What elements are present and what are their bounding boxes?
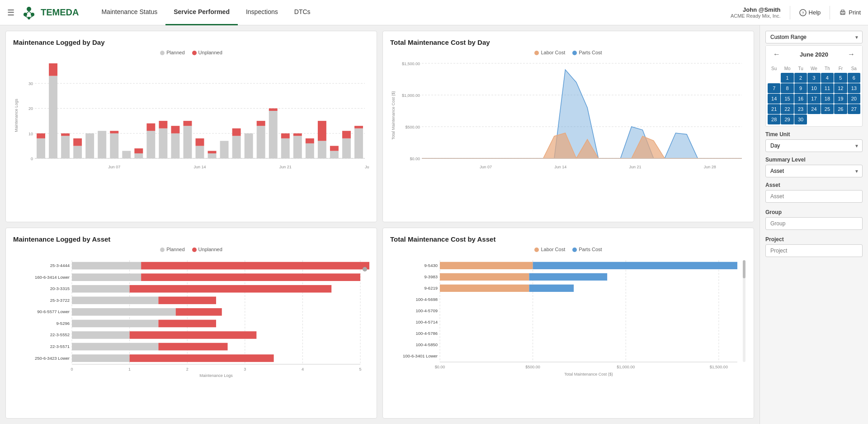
- calendar-day: [768, 73, 780, 83]
- calendar-day[interactable]: 2: [794, 73, 807, 83]
- svg-rect-32: [110, 133, 118, 158]
- svg-text:100-6-3401 Lower: 100-6-3401 Lower: [403, 353, 438, 358]
- svg-text:2: 2: [186, 367, 189, 372]
- svg-rect-142: [533, 262, 737, 269]
- project-input[interactable]: [765, 244, 863, 257]
- calendar-day[interactable]: 23: [794, 104, 807, 114]
- nav-service-performed[interactable]: Service Performed: [165, 0, 238, 25]
- svg-text:100-4-5786: 100-4-5786: [415, 330, 438, 335]
- calendar-prev[interactable]: ←: [770, 49, 783, 59]
- calendar-day[interactable]: 11: [821, 83, 834, 93]
- main-content: Maintenance Logged by Day Planned Unplan…: [0, 25, 760, 424]
- svg-rect-144: [440, 273, 529, 280]
- svg-rect-65: [330, 151, 339, 159]
- hamburger-icon[interactable]: ☰: [7, 8, 14, 18]
- main-nav: Maintenance Status Service Performed Ins…: [93, 0, 730, 25]
- calendar-day[interactable]: 7: [768, 83, 780, 93]
- print-button[interactable]: Print: [839, 9, 861, 16]
- svg-text:Jun 28: Jun 28: [704, 165, 716, 169]
- calendar-day[interactable]: 21: [768, 104, 780, 114]
- svg-rect-61: [306, 143, 314, 158]
- svg-text:10: 10: [28, 132, 33, 136]
- group-input[interactable]: [765, 217, 863, 230]
- custom-range-select[interactable]: Custom Range: [765, 31, 863, 43]
- planned-dot: [160, 51, 165, 55]
- calendar-day[interactable]: 4: [821, 73, 834, 83]
- print-icon: [839, 9, 846, 16]
- nav-dtcs[interactable]: DTCs: [286, 0, 319, 25]
- calendar-day[interactable]: 14: [768, 94, 780, 104]
- calendar-day[interactable]: 29: [781, 114, 793, 124]
- nav-maintenance-status[interactable]: Maintenance Status: [93, 0, 165, 25]
- calendar-day-header: Fr: [834, 65, 847, 72]
- user-company: ACME Ready Mix, Inc.: [731, 13, 781, 19]
- user-name: John @Smith: [731, 6, 781, 13]
- calendar-day[interactable]: 1: [781, 73, 793, 83]
- svg-rect-103: [72, 262, 141, 269]
- svg-rect-70: [354, 126, 363, 129]
- logo-svg: [20, 4, 38, 22]
- calendar-day[interactable]: 30: [794, 114, 807, 124]
- calendar-day[interactable]: 19: [834, 94, 847, 104]
- calendar-day: [807, 114, 820, 124]
- calendar-day: [848, 114, 860, 124]
- calendar-day[interactable]: 24: [807, 104, 820, 114]
- calendar-day-header: We: [807, 65, 820, 72]
- svg-text:100-4-5714: 100-4-5714: [415, 319, 438, 324]
- svg-rect-110: [130, 285, 332, 293]
- svg-rect-107: [141, 273, 360, 281]
- calendar-day[interactable]: 15: [781, 94, 793, 104]
- calendar-day[interactable]: 8: [781, 83, 793, 93]
- svg-rect-35: [134, 153, 143, 158]
- calendar-day[interactable]: 17: [807, 94, 820, 104]
- svg-text:20: 20: [28, 107, 33, 111]
- help-button[interactable]: ? Help: [799, 9, 821, 16]
- calendar-day[interactable]: 12: [834, 83, 847, 93]
- chart3-legend-unplanned: Unplanned: [192, 247, 222, 252]
- nav-inspections[interactable]: Inspections: [238, 0, 286, 25]
- calendar-day[interactable]: 27: [848, 104, 860, 114]
- calendar-day[interactable]: 18: [821, 94, 834, 104]
- calendar-day[interactable]: 5: [834, 73, 847, 83]
- calendar-day[interactable]: 28: [768, 114, 780, 124]
- calendar-day[interactable]: 26: [834, 104, 847, 114]
- calendar-next[interactable]: →: [845, 49, 858, 59]
- calendar-day[interactable]: 9: [794, 83, 807, 93]
- svg-text:25-3-4444: 25-3-4444: [50, 263, 70, 268]
- svg-text:Jun 14: Jun 14: [193, 165, 206, 169]
- calendar-day[interactable]: 22: [781, 104, 793, 114]
- svg-rect-60: [293, 133, 302, 136]
- svg-rect-106: [72, 273, 141, 281]
- chart3-legend-planned: Planned: [160, 247, 184, 252]
- summary-level-select[interactable]: Asset: [765, 165, 863, 177]
- svg-rect-118: [72, 319, 158, 327]
- calendar-day[interactable]: 20: [848, 94, 860, 104]
- summary-level-wrapper: Asset ▼: [765, 165, 863, 177]
- chart2-legend-parts: Parts Cost: [572, 50, 602, 55]
- svg-rect-30: [85, 133, 94, 158]
- chart1-svg: 0102030Maintenance LogsJun 07Jun 14Jun 2…: [13, 59, 369, 172]
- calendar-header: ← June 2020 →: [766, 46, 862, 63]
- calendar-day-header: Mo: [781, 65, 793, 72]
- calendar-day[interactable]: 6: [848, 73, 860, 83]
- calendar-day[interactable]: 3: [807, 73, 820, 83]
- asset-input[interactable]: [765, 190, 863, 203]
- calendar-day[interactable]: 16: [794, 94, 807, 104]
- svg-rect-147: [440, 284, 529, 291]
- svg-text:30: 30: [28, 81, 33, 86]
- header-right: John @Smith ACME Ready Mix, Inc. ? Help …: [731, 6, 861, 19]
- svg-rect-125: [158, 343, 227, 350]
- svg-text:Jun 21: Jun 21: [629, 165, 641, 169]
- calendar-day[interactable]: 25: [821, 104, 834, 114]
- svg-rect-128: [130, 354, 274, 362]
- chart2-title: Total Maintenance Cost by Day: [390, 38, 746, 46]
- calendar: ← June 2020 → SuMoTuWeThFrSa123456789101…: [765, 45, 863, 127]
- svg-text:100-4-5709: 100-4-5709: [415, 308, 438, 313]
- time-unit-select[interactable]: Day: [765, 139, 863, 152]
- calendar-day[interactable]: 13: [848, 83, 860, 93]
- svg-rect-57: [281, 138, 290, 158]
- svg-text:Maintenance Logs: Maintenance Logs: [199, 373, 233, 378]
- calendar-day[interactable]: 10: [807, 83, 820, 93]
- header: ☰ TEMEDA Maintenance Status Service Perf…: [0, 0, 868, 25]
- svg-text:22-3-5552: 22-3-5552: [50, 332, 70, 337]
